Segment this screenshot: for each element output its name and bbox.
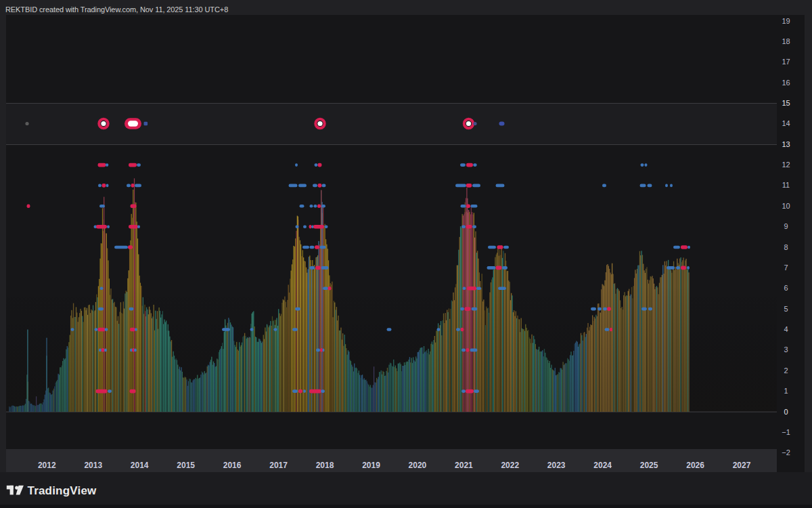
svg-text:TradingView: TradingView — [28, 484, 97, 497]
